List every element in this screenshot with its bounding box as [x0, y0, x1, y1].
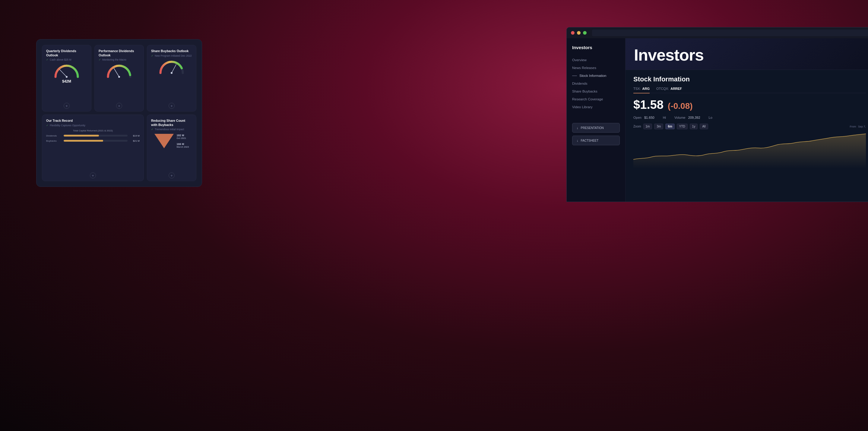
date-from-label: From Sep 7, — [849, 125, 866, 128]
performance-add-button[interactable]: + — [116, 103, 122, 109]
stat-open: Open $1.650 — [633, 116, 654, 119]
stock-chart-svg — [633, 132, 866, 168]
zoom-all[interactable]: All — [700, 124, 708, 129]
zoom-1m[interactable]: 1m — [643, 124, 652, 129]
stock-info-section: Stock Information TSX: ARG OTCQX: ARREF … — [625, 70, 868, 202]
buybacks-bar-fill — [64, 140, 103, 142]
ticker-tsx-symbol: ARG — [642, 87, 650, 91]
svg-point-1 — [66, 76, 67, 78]
sidebar-nav: Overview News Releases Stock Information… — [572, 56, 620, 111]
reducing-title: Reducing Share Count with Buybacks — [151, 119, 192, 127]
quarterly-add-button[interactable]: + — [64, 103, 70, 109]
reducing-share-count-card: Reducing Share Count with Buybacks ✓ Tre… — [147, 114, 196, 181]
browser-address-bar[interactable] — [592, 30, 868, 36]
track-record-card: Our Track Record ✓ Flexibility Captures … — [42, 114, 144, 181]
dividends-bar-track — [64, 135, 128, 136]
presentation-download-icon: ↓ — [577, 126, 579, 130]
performance-dividends-subtitle: ✓ Monitoring the Macro — [99, 58, 140, 61]
stock-stats: Open $1.650 Hi Volume 209,392 Lo — [633, 116, 866, 119]
quarterly-dividends-subtitle: ✓ Cash above $25 M — [46, 58, 87, 61]
investors-heading: Investors — [634, 45, 865, 64]
browser-dot-yellow — [577, 31, 581, 35]
sidebar-item-overview[interactable]: Overview — [572, 56, 620, 64]
chart-title: Total Capital Returned (2021 & 2022) — [46, 129, 140, 132]
quarterly-value: $42M — [62, 79, 71, 84]
track-record-subtitle: ✓ Flexibility Captures Opportunity — [46, 124, 140, 127]
buybacks-gauge — [158, 59, 185, 75]
presentation-button[interactable]: ↓ PRESENTATION — [572, 123, 620, 133]
stock-price-row: $1.58 (-0.08) — [633, 98, 866, 111]
sidebar-item-share-buybacks[interactable]: Share Buybacks — [572, 88, 620, 95]
stat-hi: Hi — [663, 116, 666, 119]
zoom-6m[interactable]: 6m — [665, 124, 674, 129]
active-indicator-line — [572, 76, 577, 76]
stat-volume-value: 209,392 — [688, 116, 700, 119]
reducing-add-button[interactable]: + — [168, 172, 175, 178]
quarterly-dividends-card: Quarterly Dividends Outlook ✓ Cash above… — [42, 45, 91, 111]
quarterly-dividends-title: Quarterly Dividends Outlook — [46, 49, 87, 57]
browser-window: Investors Overview News Releases Stock I… — [566, 27, 868, 202]
share-buybacks-title: Share Buybacks Outlook — [151, 49, 192, 53]
investors-hero: Investors — [625, 38, 868, 70]
dividends-bar-label: Dividends — [46, 134, 61, 137]
dividends-bar-fill — [64, 135, 99, 136]
factsheet-button[interactable]: ↓ FACTSHEET — [572, 136, 620, 145]
investors-sidebar: Investors Overview News Releases Stock I… — [567, 38, 625, 202]
svg-point-3 — [118, 76, 120, 78]
browser-dot-red — [571, 31, 575, 35]
share-buybacks-card: Share Buybacks Outlook ✓ New Program Ini… — [147, 45, 196, 111]
stock-change: (-0.08) — [668, 101, 692, 111]
buybacks-bar-track — [64, 140, 128, 142]
zoom-controls: Zoom 1m 3m 6m YTD 1y All From Sep 7, — [633, 124, 866, 129]
track-record-add-button[interactable]: + — [90, 172, 96, 178]
buybacks-bar-amount: $21 M — [130, 139, 140, 142]
stat-open-value: $1.650 — [644, 116, 654, 119]
sidebar-item-news-releases[interactable]: News Releases — [572, 64, 620, 72]
zoom-ytd[interactable]: YTD — [677, 124, 688, 129]
svg-line-4 — [172, 65, 176, 73]
performance-gauge — [105, 63, 133, 79]
buybacks-bar-label: Buybacks — [46, 139, 61, 142]
sidebar-item-stock-information[interactable]: Stock Information — [572, 72, 620, 79]
triangle-chart: 182 M Oct 2021 166 M March 2023 — [154, 134, 189, 148]
sidebar-item-video-library[interactable]: Video Library — [572, 103, 620, 111]
svg-line-2 — [114, 68, 119, 77]
triangle-labels: 182 M Oct 2021 166 M March 2023 — [177, 134, 189, 148]
ticker-otcqx[interactable]: OTCQX: ARREF — [656, 87, 682, 91]
svg-point-5 — [171, 72, 173, 74]
triangle-shape — [154, 134, 174, 148]
zoom-1y[interactable]: 1y — [690, 124, 698, 129]
triangle-label-2: 166 M March 2023 — [177, 142, 189, 148]
sidebar-investors-title: Investors — [572, 45, 620, 50]
stat-volume: Volume 209,392 — [674, 116, 700, 119]
performance-dividends-card: Performance Dividends Outlook ✓ Monitori… — [94, 45, 144, 111]
stock-price: $1.58 — [633, 98, 663, 111]
track-record-title: Our Track Record — [46, 119, 140, 123]
ticker-otcqx-symbol: ARREF — [671, 87, 682, 91]
stock-info-title: Stock Information — [633, 75, 866, 83]
quarterly-gauge — [53, 63, 80, 79]
share-buybacks-subtitle: ✓ New Program Initiated Dec 2022 — [151, 54, 192, 57]
ticker-tsx[interactable]: TSX: ARG — [633, 87, 650, 93]
factsheet-download-icon: ↓ — [577, 139, 579, 142]
browser-content: Investors Overview News Releases Stock I… — [567, 38, 868, 202]
dividends-bar-amount: $19 M — [130, 134, 140, 137]
buybacks-bar-row: Buybacks $21 M — [46, 139, 140, 142]
sidebar-buttons: ↓ PRESENTATION ↓ FACTSHEET — [572, 123, 620, 145]
investors-main: Investors Stock Information TSX: ARG OTC… — [625, 38, 868, 202]
dividends-bar-row: Dividends $19 M — [46, 134, 140, 137]
browser-titlebar — [567, 27, 868, 38]
zoom-label: Zoom — [633, 125, 641, 128]
triangle-label-1: 182 M Oct 2021 — [177, 134, 189, 139]
sidebar-item-research-coverage[interactable]: Research Coverage — [572, 95, 620, 103]
reducing-subtitle: ✓ Tremendous Initial Impact — [151, 128, 192, 131]
sidebar-item-dividends[interactable]: Dividends — [572, 79, 620, 88]
chart-area — [633, 132, 866, 168]
svg-line-0 — [60, 70, 67, 77]
left-panel: Quarterly Dividends Outlook ✓ Cash above… — [36, 39, 202, 187]
ticker-tabs: TSX: ARG OTCQX: ARREF — [633, 87, 866, 93]
share-buybacks-add-button[interactable]: + — [168, 103, 175, 109]
browser-dot-green — [583, 31, 587, 35]
zoom-3m[interactable]: 3m — [654, 124, 663, 129]
performance-dividends-title: Performance Dividends Outlook — [99, 49, 140, 57]
